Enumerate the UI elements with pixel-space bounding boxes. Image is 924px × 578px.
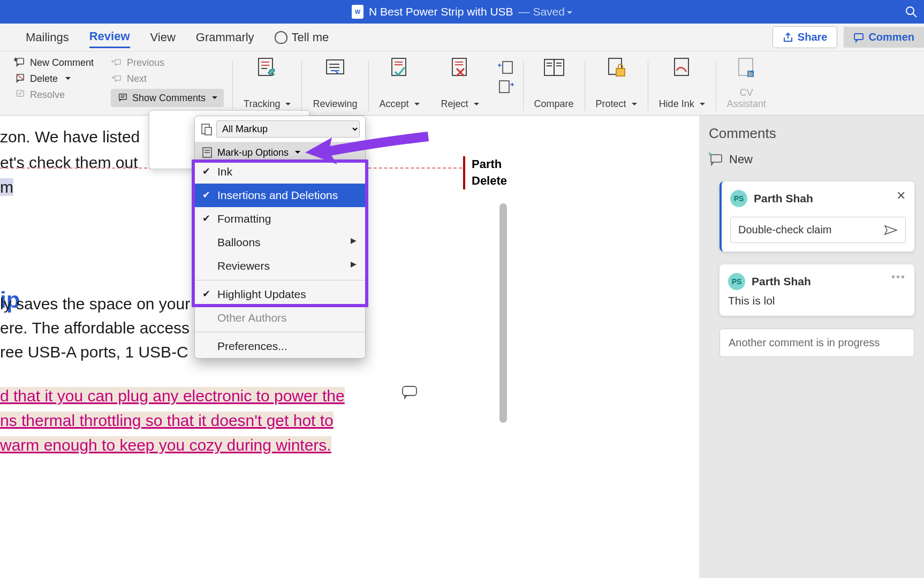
cv-assistant-button: in CV Assistant (716, 51, 777, 115)
more-icon[interactable]: ••• (891, 271, 906, 283)
svg-point-0 (906, 7, 914, 14)
markup-options-icon (201, 147, 213, 158)
menu-separator-2 (195, 332, 365, 332)
markup-display-icon (200, 123, 212, 135)
menu-reviewers[interactable]: Reviewers (195, 254, 365, 278)
reject-button[interactable]: Reject (430, 51, 490, 115)
markup-options-label: Mark-up Options (217, 147, 289, 158)
svg-rect-3 (17, 58, 24, 64)
delete-icon (14, 73, 25, 85)
ribbon: + New Comment Delete Resolve Previous Ne… (0, 51, 924, 116)
avatar: PS (728, 273, 745, 290)
prev-change-icon[interactable] (498, 60, 514, 75)
cv-assistant-label: CV Assistant (727, 87, 766, 110)
previous-icon (111, 57, 122, 69)
previous-label: Previous (127, 57, 164, 69)
reviewing-label: Reviewing (313, 98, 357, 110)
protect-label: Protect (596, 98, 637, 110)
bulb-icon (275, 31, 287, 44)
hide-ink-button[interactable]: Hide Ink (648, 51, 716, 115)
previous-comment-button: Previous (111, 57, 224, 69)
tell-me-search[interactable]: Tell me (275, 27, 329, 48)
word-doc-icon: W (352, 5, 363, 19)
new-comment-label: New (729, 153, 753, 166)
reviewing-group[interactable]: Reviewing (302, 51, 368, 115)
accept-icon (388, 57, 411, 78)
comment-card-active[interactable]: ✕ PS Parth Shah Double-check claim (719, 181, 914, 252)
protect-icon (604, 57, 628, 78)
share-button[interactable]: Share (772, 26, 838, 48)
menu-other-authors: Other Authors (195, 306, 365, 330)
scrollbar-thumb[interactable] (499, 203, 507, 423)
accept-label: Accept (380, 98, 420, 110)
reject-label: Reject (441, 98, 479, 110)
saved-status[interactable]: — Saved (519, 5, 572, 18)
resolve-button: Resolve (14, 89, 94, 101)
delete-comment-button[interactable]: Delete (14, 73, 94, 85)
tracking-icon (255, 57, 279, 78)
tab-view[interactable]: View (150, 27, 176, 48)
svg-rect-50 (711, 155, 722, 162)
svg-rect-11 (119, 94, 127, 100)
compare-label: Compare (534, 98, 574, 110)
share-label: Share (798, 31, 828, 43)
menu-balloons[interactable]: Balloons (195, 231, 365, 254)
svg-rect-37 (675, 58, 688, 75)
compare-button[interactable]: Compare (524, 51, 585, 115)
revision-author: Parth (472, 157, 502, 171)
svg-rect-2 (854, 34, 863, 40)
comment-input[interactable]: Double-check claim (730, 217, 906, 243)
tab-mailings[interactable]: Mailings (26, 27, 69, 48)
new-comment-label: New Comment (30, 57, 94, 69)
compare-icon (542, 57, 566, 78)
close-icon[interactable]: ✕ (896, 189, 906, 203)
svg-rect-29 (544, 59, 554, 75)
comment-body: This is lol (728, 294, 906, 307)
svg-rect-28 (499, 81, 509, 93)
svg-text:+: + (708, 149, 712, 158)
menu-highlight-updates[interactable]: Highlight Updates (195, 283, 365, 306)
menu-preferences[interactable]: Preferences... (195, 334, 365, 358)
svg-rect-36 (616, 69, 625, 76)
next-change-icon[interactable] (498, 79, 514, 94)
protect-button[interactable]: Protect (585, 51, 648, 115)
svg-rect-21 (392, 58, 406, 75)
delete-label: Delete (30, 73, 58, 85)
comment-author: Parth Shah (752, 275, 811, 288)
markup-options-menu: Ink Insertions and Deletions Formatting … (194, 159, 366, 359)
tab-review[interactable]: Review (89, 26, 130, 48)
revision-balloon[interactable]: Parth Delete (463, 156, 507, 189)
tracking-group[interactable]: Tracking (233, 51, 301, 115)
avatar: PS (730, 190, 747, 207)
titlebar: W N Best Power Strip with USB — Saved (0, 0, 924, 24)
svg-rect-9 (115, 60, 121, 64)
new-comment-action[interactable]: + New (709, 153, 914, 166)
comments-button[interactable]: Commen (844, 27, 924, 48)
search-icon[interactable] (905, 5, 918, 18)
svg-line-7 (17, 75, 23, 80)
ribbon-tabs: Mailings Review View Grammarly Tell me S… (0, 24, 924, 51)
menu-formatting[interactable]: Formatting (195, 207, 365, 231)
svg-rect-18 (327, 60, 344, 74)
new-comment-button[interactable]: + New Comment (14, 57, 94, 69)
menu-separator (195, 280, 365, 280)
revision-action: Delete (472, 174, 507, 187)
tracked-line-3: warm enough to keep you cozy during wint… (0, 436, 331, 454)
svg-text:+: + (14, 56, 17, 63)
next-icon (111, 73, 122, 85)
comments-pane: Comments + New ✕ PS Parth Shah Double-ch… (699, 116, 924, 578)
document-title: N Best Power Strip with USB (369, 5, 513, 18)
show-comments-label: Show Comments (132, 93, 206, 104)
tab-grammarly[interactable]: Grammarly (196, 27, 254, 48)
show-comments-button[interactable]: Show Comments (111, 89, 224, 107)
comment-card[interactable]: ••• PS Parth Shah This is lol (719, 264, 914, 316)
comment-in-progress: Another comment is in progress (719, 329, 914, 357)
send-icon[interactable] (884, 225, 898, 235)
doc-para-c: ree USB-A ports, 1 USB-C (0, 343, 188, 361)
comment-marker-icon[interactable] (402, 385, 418, 399)
menu-insertions-deletions[interactable]: Insertions and Deletions (195, 184, 365, 207)
accept-button[interactable]: Accept (369, 51, 430, 115)
comment-input-value: Double-check claim (738, 224, 832, 236)
svg-text:in: in (748, 71, 753, 77)
doc-para-b: ere. The affordable access (0, 319, 190, 337)
